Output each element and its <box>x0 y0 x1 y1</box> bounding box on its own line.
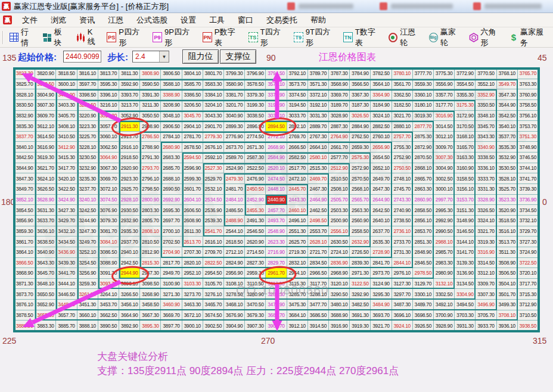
grid-cell: 2877.70 <box>413 121 434 132</box>
grid-cell: 2724.10 <box>329 247 350 258</box>
grid-cell: 3175.30 <box>455 100 476 111</box>
start-price-input[interactable] <box>63 51 101 63</box>
support-button[interactable]: 支撑位 <box>220 49 256 64</box>
grid-cell: 2630.50 <box>329 237 350 247</box>
menu-item-帮助[interactable]: 帮助 <box>304 13 333 27</box>
step-label: 步长: <box>107 52 128 63</box>
toolbar-item-label: K线 <box>88 27 100 47</box>
quote-grid-icon <box>10 33 18 42</box>
grid-cell: 3348.10 <box>476 111 496 122</box>
menu-item-窗口[interactable]: 窗口 <box>231 13 260 27</box>
grid-cell: 2767.30 <box>308 132 329 142</box>
menu-item-工具[interactable]: 工具 <box>203 13 231 27</box>
toolbar-item-赢家轮[interactable]: Big赢家轮 <box>425 29 466 46</box>
menu-item-资讯[interactable]: 资讯 <box>73 13 101 27</box>
grid-cell: 3213.70 <box>119 100 140 111</box>
grid-cell: 2644.90 <box>371 195 392 206</box>
grid-cell: 2637.70 <box>371 226 392 237</box>
grid-cell: 3177.70 <box>434 100 455 111</box>
grid-cell: 2611.30 <box>182 226 203 237</box>
grid-cell: 3004.90 <box>434 163 455 174</box>
menu-item-文件[interactable]: 文件 <box>15 13 44 27</box>
grid-cell: 2865.70 <box>413 173 434 184</box>
toolbar-item-P四方形[interactable]: PSP四方形 <box>103 29 149 46</box>
grid-cell: 2774.50 <box>245 132 266 142</box>
grid-cell: 3117.70 <box>308 279 329 290</box>
grid-cell: 3782.50 <box>371 69 392 79</box>
grid-cell: 3775.30 <box>434 69 455 79</box>
grid-cell: 2832.10 <box>287 258 308 269</box>
grid-cell: 3842.50 <box>14 153 35 163</box>
menu-item-设置[interactable]: 设置 <box>174 13 203 27</box>
grid-cell: 2860.90 <box>413 195 434 206</box>
toolbar: 行情板块K线PSP四方形P99P四方形PNP数字表TST四方形T99T四方形TN… <box>0 27 553 48</box>
grid-cell: 3184.90 <box>371 100 392 111</box>
grid-cell: 3854.50 <box>14 205 35 216</box>
grid-cell: 2949.70 <box>161 268 182 279</box>
toolbar-item-行情[interactable]: 行情 <box>6 29 39 46</box>
grid-cell: 3799.30 <box>224 69 245 79</box>
grid-cell: 2983.30 <box>434 258 455 269</box>
grid-cell: 3024.10 <box>371 111 392 122</box>
grid-cell: 3136.90 <box>455 268 476 279</box>
grid-cell: 3043.30 <box>203 111 224 122</box>
grid-cell: 3916.90 <box>329 321 350 331</box>
menu-item-浏览[interactable]: 浏览 <box>44 13 73 27</box>
menu-item-公式选股[interactable]: 公式选股 <box>130 13 174 27</box>
grid-cell: 3866.50 <box>14 258 35 269</box>
grid-cell: 3376.90 <box>266 89 287 100</box>
grid-cell: 2760.10 <box>371 132 392 142</box>
grid-cell: 2904.10 <box>182 121 203 132</box>
resistance-button[interactable]: 阻力位 <box>182 49 219 64</box>
toolbar-item-P数字表[interactable]: PNP数字表 <box>199 29 245 46</box>
toolbar-item-T四方形[interactable]: TST四方形 <box>245 29 290 46</box>
grid-cell: 3868.90 <box>14 268 35 279</box>
menu-item-江恩[interactable]: 江恩 <box>101 13 130 27</box>
grid-cell: 3770.50 <box>476 69 496 79</box>
grid-cell: 3921.70 <box>371 321 392 331</box>
grid-cell: 3499.30 <box>497 300 518 310</box>
grid-cell: 3391.30 <box>140 89 161 100</box>
toolbar-item-赢家服务[interactable]: $赢家服务 <box>506 29 553 46</box>
grid-cell: 2628.10 <box>308 237 329 247</box>
grid-cell: 2872.90 <box>413 142 434 153</box>
grid-cell: 3691.30 <box>350 310 371 321</box>
grid-cell: 2731.30 <box>392 247 413 258</box>
grid-cell: 2976.10 <box>392 268 413 279</box>
angle-label-270: 270 <box>261 336 275 346</box>
toolbar-item-9T四方形[interactable]: T99T四方形 <box>290 29 340 46</box>
toolbar-item-T数字表[interactable]: TNT数字表 <box>340 29 385 46</box>
grid-cell: 2944.90 <box>119 268 140 279</box>
grid-cell: 3715.30 <box>518 289 539 300</box>
angle-label-135: 135 <box>2 53 16 63</box>
grid-cell: 2858.50 <box>413 205 434 216</box>
grid-cell: 3552.10 <box>476 79 496 90</box>
grid-cell: 3232.90 <box>77 163 98 174</box>
chart-title: 江恩价格图表 <box>319 51 376 64</box>
toolbar-item-9P四方形[interactable]: P99P四方形 <box>149 29 199 46</box>
grid-cell: 3741.70 <box>518 173 539 184</box>
grid-cell: 3902.50 <box>203 321 224 331</box>
grid-cell: 3427.30 <box>56 205 77 216</box>
grid-cell: 3830.50 <box>14 100 35 111</box>
grid-cell: 2440.90 <box>266 195 287 206</box>
grid-cell: 2666.50 <box>287 142 308 153</box>
grid-cell: 3904.90 <box>224 321 245 331</box>
step-combobox[interactable]: 2.4 ▼ <box>132 51 169 63</box>
grid-cell: 2973.70 <box>371 268 392 279</box>
toolbar-item-K线[interactable]: K线 <box>72 29 103 46</box>
grid-cell: 2961.70 <box>266 268 287 279</box>
grid-cell: 2942.50 <box>119 258 140 269</box>
grid-cell: 3076.90 <box>98 205 119 216</box>
grid-cell: 3698.50 <box>413 310 434 321</box>
grid-cell: 3609.70 <box>35 111 56 122</box>
grid-cell: 3300.10 <box>413 289 434 300</box>
toolbar-item-板块[interactable]: 板块 <box>39 29 72 46</box>
grid-cell: 2709.70 <box>203 247 224 258</box>
toolbar-item-江恩轮[interactable]: 江恩轮 <box>385 29 425 46</box>
toolbar-item-六角形[interactable]: 六角形 <box>465 29 506 46</box>
chevron-down-icon[interactable]: ▼ <box>159 51 169 62</box>
grid-cell: 2937.70 <box>119 237 140 247</box>
menu-item-交易委托[interactable]: 交易委托 <box>260 13 304 27</box>
gann-wheel-icon <box>389 33 397 42</box>
